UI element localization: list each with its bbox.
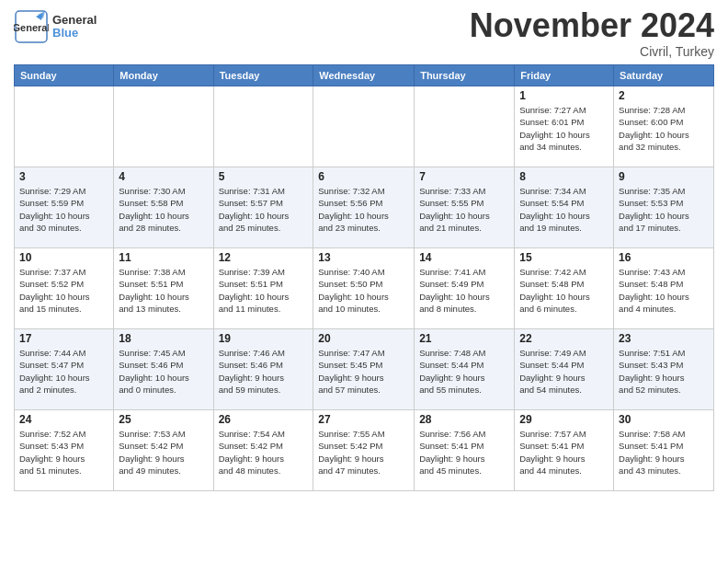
day-info: Sunrise: 7:55 AM Sunset: 5:42 PM Dayligh… [318, 428, 409, 477]
day-number: 27 [318, 413, 409, 426]
day-cell: 15Sunrise: 7:42 AM Sunset: 5:48 PM Dayli… [515, 248, 614, 329]
day-number: 9 [619, 170, 709, 183]
week-row-4: 17Sunrise: 7:44 AM Sunset: 5:47 PM Dayli… [15, 329, 714, 410]
day-number: 24 [19, 413, 108, 426]
day-number: 19 [219, 332, 309, 345]
day-info: Sunrise: 7:58 AM Sunset: 5:41 PM Dayligh… [619, 428, 709, 477]
day-cell: 7Sunrise: 7:33 AM Sunset: 5:55 PM Daylig… [415, 167, 515, 248]
day-cell: 23Sunrise: 7:51 AM Sunset: 5:43 PM Dayli… [614, 329, 714, 410]
day-cell: 10Sunrise: 7:37 AM Sunset: 5:52 PM Dayli… [15, 248, 114, 329]
day-cell: 27Sunrise: 7:55 AM Sunset: 5:42 PM Dayli… [313, 410, 415, 491]
week-row-1: 1Sunrise: 7:27 AM Sunset: 6:01 PM Daylig… [15, 86, 714, 167]
day-number: 21 [419, 332, 509, 345]
day-info: Sunrise: 7:52 AM Sunset: 5:43 PM Dayligh… [19, 428, 108, 477]
day-cell [15, 86, 114, 167]
day-cell: 16Sunrise: 7:43 AM Sunset: 5:48 PM Dayli… [614, 248, 714, 329]
title-area: November 2024 Civril, Turkey [470, 9, 714, 59]
day-cell: 2Sunrise: 7:28 AM Sunset: 6:00 PM Daylig… [614, 86, 714, 167]
day-info: Sunrise: 7:30 AM Sunset: 5:58 PM Dayligh… [119, 185, 208, 234]
day-cell: 20Sunrise: 7:47 AM Sunset: 5:45 PM Dayli… [313, 329, 415, 410]
day-info: Sunrise: 7:29 AM Sunset: 5:59 PM Dayligh… [19, 185, 108, 234]
day-info: Sunrise: 7:40 AM Sunset: 5:50 PM Dayligh… [318, 266, 409, 315]
day-cell: 17Sunrise: 7:44 AM Sunset: 5:47 PM Dayli… [15, 329, 114, 410]
day-number: 22 [519, 332, 609, 345]
day-info: Sunrise: 7:44 AM Sunset: 5:47 PM Dayligh… [19, 347, 108, 396]
day-cell: 18Sunrise: 7:45 AM Sunset: 5:46 PM Dayli… [114, 329, 213, 410]
day-info: Sunrise: 7:33 AM Sunset: 5:55 PM Dayligh… [419, 185, 509, 234]
day-cell [415, 86, 515, 167]
day-cell: 9Sunrise: 7:35 AM Sunset: 5:53 PM Daylig… [614, 167, 714, 248]
day-number: 6 [318, 170, 409, 183]
day-info: Sunrise: 7:28 AM Sunset: 6:00 PM Dayligh… [619, 104, 709, 153]
week-row-3: 10Sunrise: 7:37 AM Sunset: 5:52 PM Dayli… [15, 248, 714, 329]
day-cell: 26Sunrise: 7:54 AM Sunset: 5:42 PM Dayli… [213, 410, 313, 491]
day-cell [114, 86, 213, 167]
day-info: Sunrise: 7:35 AM Sunset: 5:53 PM Dayligh… [619, 185, 709, 234]
day-info: Sunrise: 7:46 AM Sunset: 5:46 PM Dayligh… [219, 347, 309, 396]
day-info: Sunrise: 7:57 AM Sunset: 5:41 PM Dayligh… [519, 428, 609, 477]
day-number: 29 [519, 413, 609, 426]
day-number: 23 [619, 332, 709, 345]
day-cell: 22Sunrise: 7:49 AM Sunset: 5:44 PM Dayli… [515, 329, 614, 410]
day-info: Sunrise: 7:43 AM Sunset: 5:48 PM Dayligh… [619, 266, 709, 315]
day-info: Sunrise: 7:32 AM Sunset: 5:56 PM Dayligh… [318, 185, 409, 234]
day-cell: 11Sunrise: 7:38 AM Sunset: 5:51 PM Dayli… [114, 248, 213, 329]
col-thursday: Thursday [415, 65, 515, 86]
location: Civril, Turkey [470, 44, 714, 59]
day-info: Sunrise: 7:47 AM Sunset: 5:45 PM Dayligh… [318, 347, 409, 396]
day-info: Sunrise: 7:39 AM Sunset: 5:51 PM Dayligh… [219, 266, 309, 315]
day-number: 25 [119, 413, 208, 426]
day-number: 18 [119, 332, 208, 345]
day-number: 7 [419, 170, 509, 183]
day-cell: 1Sunrise: 7:27 AM Sunset: 6:01 PM Daylig… [515, 86, 614, 167]
day-number: 5 [219, 170, 309, 183]
day-cell: 8Sunrise: 7:34 AM Sunset: 5:54 PM Daylig… [515, 167, 614, 248]
day-info: Sunrise: 7:34 AM Sunset: 5:54 PM Dayligh… [519, 185, 609, 234]
week-row-2: 3Sunrise: 7:29 AM Sunset: 5:59 PM Daylig… [15, 167, 714, 248]
day-cell: 14Sunrise: 7:41 AM Sunset: 5:49 PM Dayli… [415, 248, 515, 329]
day-cell: 25Sunrise: 7:53 AM Sunset: 5:42 PM Dayli… [114, 410, 213, 491]
day-info: Sunrise: 7:48 AM Sunset: 5:44 PM Dayligh… [419, 347, 509, 396]
day-number: 8 [519, 170, 609, 183]
day-cell: 3Sunrise: 7:29 AM Sunset: 5:59 PM Daylig… [15, 167, 114, 248]
day-number: 17 [19, 332, 108, 345]
day-number: 20 [318, 332, 409, 345]
header-row: Sunday Monday Tuesday Wednesday Thursday… [15, 65, 714, 86]
col-tuesday: Tuesday [213, 65, 313, 86]
day-number: 15 [519, 251, 609, 264]
col-sunday: Sunday [15, 65, 114, 86]
day-cell [313, 86, 415, 167]
col-saturday: Saturday [614, 65, 714, 86]
day-info: Sunrise: 7:38 AM Sunset: 5:51 PM Dayligh… [119, 266, 208, 315]
col-wednesday: Wednesday [313, 65, 415, 86]
day-cell: 6Sunrise: 7:32 AM Sunset: 5:56 PM Daylig… [313, 167, 415, 248]
day-info: Sunrise: 7:54 AM Sunset: 5:42 PM Dayligh… [219, 428, 309, 477]
day-cell: 21Sunrise: 7:48 AM Sunset: 5:44 PM Dayli… [415, 329, 515, 410]
week-row-5: 24Sunrise: 7:52 AM Sunset: 5:43 PM Dayli… [15, 410, 714, 491]
day-cell: 5Sunrise: 7:31 AM Sunset: 5:57 PM Daylig… [213, 167, 313, 248]
day-number: 10 [19, 251, 108, 264]
col-friday: Friday [515, 65, 614, 86]
day-info: Sunrise: 7:56 AM Sunset: 5:41 PM Dayligh… [419, 428, 509, 477]
day-info: Sunrise: 7:37 AM Sunset: 5:52 PM Dayligh… [19, 266, 108, 315]
day-cell: 29Sunrise: 7:57 AM Sunset: 5:41 PM Dayli… [515, 410, 614, 491]
svg-text:General: General [14, 22, 49, 33]
day-number: 11 [119, 251, 208, 264]
day-cell: 28Sunrise: 7:56 AM Sunset: 5:41 PM Dayli… [415, 410, 515, 491]
logo-general: General [52, 14, 97, 27]
day-number: 30 [619, 413, 709, 426]
day-cell: 30Sunrise: 7:58 AM Sunset: 5:41 PM Dayli… [614, 410, 714, 491]
calendar: Sunday Monday Tuesday Wednesday Thursday… [14, 64, 714, 491]
day-cell: 12Sunrise: 7:39 AM Sunset: 5:51 PM Dayli… [213, 248, 313, 329]
day-number: 13 [318, 251, 409, 264]
day-cell: 24Sunrise: 7:52 AM Sunset: 5:43 PM Dayli… [15, 410, 114, 491]
day-number: 28 [419, 413, 509, 426]
day-cell: 19Sunrise: 7:46 AM Sunset: 5:46 PM Dayli… [213, 329, 313, 410]
month-title: November 2024 [470, 9, 714, 42]
day-info: Sunrise: 7:45 AM Sunset: 5:46 PM Dayligh… [119, 347, 208, 396]
day-info: Sunrise: 7:42 AM Sunset: 5:48 PM Dayligh… [519, 266, 609, 315]
day-cell: 4Sunrise: 7:30 AM Sunset: 5:58 PM Daylig… [114, 167, 213, 248]
day-number: 2 [619, 89, 709, 102]
day-info: Sunrise: 7:49 AM Sunset: 5:44 PM Dayligh… [519, 347, 609, 396]
day-cell [213, 86, 313, 167]
